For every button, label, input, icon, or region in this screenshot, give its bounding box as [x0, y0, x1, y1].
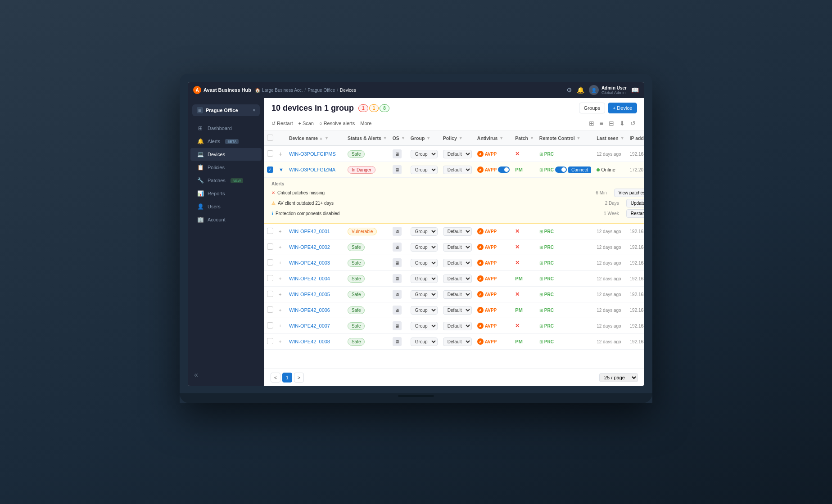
filter-patch-icon[interactable]: ▼ [530, 136, 534, 140]
sidebar-item-dashboard[interactable]: ⊞ Dashboard [190, 122, 262, 135]
policy-select[interactable]: Default [443, 322, 472, 330]
view-grid-icon[interactable]: ⊞ [588, 119, 596, 128]
sidebar-item-alerts[interactable]: 🔔 Alerts BETA [190, 135, 262, 148]
policy-select[interactable]: Default [443, 166, 472, 174]
th-device-name[interactable]: Device name ▲ ▼ [286, 131, 345, 146]
group-select[interactable]: Group [411, 259, 438, 267]
scan-action[interactable]: + Scan [298, 121, 314, 126]
office-selector[interactable]: ▦ Prague Office ▾ [192, 104, 260, 116]
sidebar-item-patches[interactable]: 🔧 Patches NEW [190, 174, 262, 187]
row-checkbox[interactable] [267, 322, 273, 328]
select-all-checkbox[interactable] [267, 135, 273, 141]
prev-page-button[interactable]: < [271, 373, 280, 382]
view-list-icon[interactable]: ≡ [598, 119, 605, 128]
group-select[interactable]: Group [411, 338, 438, 346]
row-add-icon[interactable]: + [279, 292, 281, 297]
download-icon[interactable]: ⬇ [618, 119, 626, 128]
policy-select[interactable]: Default [443, 259, 472, 267]
page-1-button[interactable]: 1 [282, 373, 292, 382]
sidebar-collapse-btn[interactable]: « [188, 367, 264, 382]
filter-rc-icon[interactable]: ▼ [577, 136, 581, 140]
group-select[interactable]: Group [411, 150, 438, 158]
filter-av-icon[interactable]: ▼ [499, 136, 503, 140]
breadcrumb-item-1[interactable]: Large Business Acc. [262, 88, 303, 93]
row-checkbox[interactable] [267, 275, 273, 281]
alert-action-select[interactable]: Restart [626, 209, 644, 218]
row-add-icon[interactable]: + [279, 260, 281, 266]
row-add-icon[interactable]: + [279, 150, 282, 158]
page-size-select[interactable]: 25 / page 50 / page 100 / page [599, 373, 638, 382]
sidebar-item-devices[interactable]: 💻 Devices [190, 148, 262, 161]
resolve-alerts-action[interactable]: ○ Resolve alerts [319, 121, 355, 126]
policy-select[interactable]: Default [443, 338, 472, 346]
sidebar-item-reports[interactable]: 📊 Reports [190, 187, 262, 200]
device-link[interactable]: WIN-OPE42_0004 [289, 276, 330, 281]
next-page-button[interactable]: > [294, 373, 304, 382]
notification-icon[interactable]: 🔔 [577, 86, 584, 94]
device-link[interactable]: WIN-O3POLFGIPMS [289, 151, 336, 157]
device-link[interactable]: WIN-OPE42_0007 [289, 323, 330, 328]
policy-select[interactable]: Default [443, 306, 472, 315]
rc-toggle[interactable] [555, 166, 567, 173]
filter-device-icon[interactable]: ▼ [325, 136, 329, 140]
policy-select[interactable]: Default [443, 227, 472, 236]
row-checkbox[interactable] [267, 291, 273, 297]
add-device-button[interactable]: + Device [608, 103, 637, 113]
row-add-icon[interactable]: + [279, 229, 281, 234]
row-checkbox[interactable] [267, 338, 273, 344]
row-collapse-icon[interactable]: ▼ [279, 167, 284, 172]
av-toggle[interactable] [498, 166, 510, 173]
device-link[interactable]: WIN-OPE42_0005 [289, 292, 330, 297]
more-action[interactable]: More [360, 121, 371, 126]
groups-button[interactable]: Groups [579, 103, 605, 113]
th-group[interactable]: Group ▼ [408, 131, 440, 146]
filter-status-icon[interactable]: ▼ [383, 136, 387, 140]
sidebar-item-policies[interactable]: 📋 Policies [190, 161, 262, 174]
device-link[interactable]: WIN-OPE42_0001 [289, 229, 330, 234]
row-checkbox[interactable] [267, 243, 273, 250]
breadcrumb-item-2[interactable]: Prague Office [307, 88, 335, 93]
group-select[interactable]: Group [411, 243, 438, 252]
alert-action-select[interactable]: Update [626, 199, 644, 207]
group-select[interactable]: Group [411, 306, 438, 315]
sidebar-item-users[interactable]: 👤 Users [190, 200, 262, 213]
alert-action-select[interactable]: View patches [614, 189, 644, 197]
device-link[interactable]: WIN-OPE42_0003 [289, 260, 330, 266]
row-add-icon[interactable]: + [279, 339, 281, 344]
group-select[interactable]: Group [411, 290, 438, 299]
row-checkbox[interactable] [267, 228, 273, 234]
row-add-icon[interactable]: + [279, 244, 281, 250]
device-link[interactable]: WIN-OPE42_0006 [289, 307, 330, 313]
sidebar-item-account[interactable]: 🏢 Account [190, 213, 262, 226]
th-antivirus[interactable]: Antivirus ▼ [475, 131, 513, 146]
row-add-icon[interactable]: + [279, 307, 281, 313]
row-checkbox[interactable] [267, 150, 273, 157]
row-checkbox[interactable] [267, 306, 273, 313]
row-add-icon[interactable]: + [279, 276, 281, 281]
policy-select[interactable]: Default [443, 243, 472, 252]
device-link[interactable]: WIN-O3POLFGIZMA [289, 167, 335, 172]
th-patch[interactable]: Patch ▼ [512, 131, 537, 146]
row-add-icon[interactable]: + [279, 323, 281, 328]
group-select[interactable]: Group [411, 166, 438, 174]
row-checkbox[interactable] [267, 259, 273, 266]
filter-policy-icon[interactable]: ▼ [459, 136, 463, 140]
view-columns-icon[interactable]: ⊟ [607, 119, 615, 128]
filter-os-icon[interactable]: ▼ [401, 136, 405, 140]
connect-button[interactable]: Connect [568, 166, 591, 173]
policy-select[interactable]: Default [443, 150, 472, 158]
filter-group-icon[interactable]: ▼ [426, 136, 430, 140]
policy-select[interactable]: Default [443, 290, 472, 299]
th-policy[interactable]: Policy ▼ [440, 131, 475, 146]
book-icon[interactable]: 📖 [631, 86, 639, 94]
restart-action[interactable]: ↺ Restart [271, 121, 293, 126]
refresh-icon[interactable]: ↺ [629, 119, 637, 128]
filter-lastseen-icon[interactable]: ▼ [620, 136, 624, 140]
policy-select[interactable]: Default [443, 274, 472, 283]
group-select[interactable]: Group [411, 227, 438, 236]
th-os[interactable]: OS ▼ [390, 131, 408, 146]
row-checkbox[interactable]: ✓ [267, 166, 273, 173]
device-link[interactable]: WIN-OPE42_0008 [289, 339, 330, 344]
device-link[interactable]: WIN-OPE42_0002 [289, 244, 330, 250]
th-remote-control[interactable]: Remote Control ▼ [537, 131, 594, 146]
